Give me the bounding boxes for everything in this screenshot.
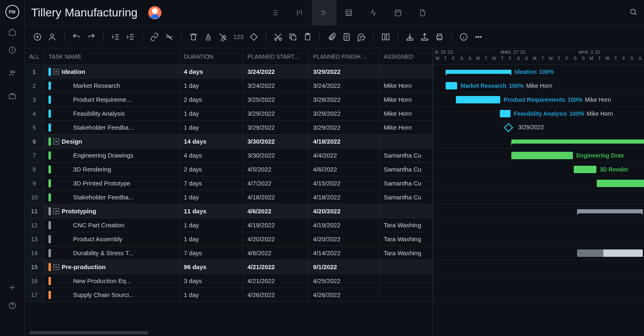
col-name[interactable]: TASK NAME (44, 48, 180, 64)
table-row[interactable]: 2Market Research1 day3/24/20223/24/2022M… (25, 79, 433, 93)
gantt-bar[interactable]: 3D Render (574, 166, 596, 173)
gantt-row[interactable] (433, 232, 644, 246)
col-assigned[interactable]: ASSIGNED (380, 48, 433, 64)
undo-icon[interactable] (72, 32, 81, 41)
file-view-tab[interactable] (410, 0, 435, 25)
gantt-bar[interactable] (597, 180, 644, 187)
add-icon[interactable] (7, 283, 17, 293)
user-avatar[interactable] (7, 319, 18, 330)
print-icon[interactable] (435, 32, 444, 41)
gantt-bar[interactable]: Market Research 100% Mike Horn (446, 82, 457, 89)
gantt-bar[interactable] (577, 209, 643, 213)
collapse-icon[interactable]: − (53, 264, 59, 270)
milestone-icon[interactable] (249, 32, 258, 41)
gantt-bar[interactable] (511, 139, 644, 144)
project-avatar[interactable] (148, 6, 161, 19)
table-row[interactable]: 1−Ideation4 days3/24/20223/29/2022 (25, 65, 433, 79)
more-icon[interactable] (474, 32, 483, 41)
text-style-icon[interactable] (204, 32, 213, 41)
gantt-bar[interactable]: Engineering Drav (511, 152, 573, 159)
cut-icon[interactable] (274, 32, 283, 41)
col-all[interactable]: ALL (25, 48, 44, 64)
export-icon[interactable] (420, 32, 429, 41)
table-row[interactable]: 4Feasibility Analysis1 day3/29/20223/29/… (25, 107, 433, 121)
table-row[interactable]: 3Product Requireme...2 days3/25/20223/28… (25, 93, 433, 107)
info-icon[interactable] (459, 32, 468, 41)
gantt-row[interactable]: 3D Render (433, 162, 644, 176)
gantt-bar[interactable]: Feasibility Analysis 100% Mike Horn (500, 110, 511, 117)
home-icon[interactable] (7, 27, 17, 37)
table-row[interactable]: 16New Production Eq...3 days4/21/20224/2… (25, 274, 433, 288)
columns-icon[interactable] (381, 32, 390, 41)
col-start[interactable]: PLANNED START... (243, 48, 309, 64)
col-duration[interactable]: DURATION (180, 48, 244, 64)
clear-format-icon[interactable] (218, 32, 228, 41)
gantt-row[interactable]: Feasibility Analysis 100% Mike Horn (433, 107, 644, 121)
table-row[interactable]: 14Durability & Stress T...7 days4/6/2022… (25, 246, 433, 260)
comment-icon[interactable] (357, 32, 366, 41)
attachment-icon[interactable] (327, 32, 336, 41)
gantt-row[interactable]: Product Requirements 100% Mike Horn (433, 93, 644, 107)
table-row[interactable]: 12CNC Part Creation1 day4/19/20224/19/20… (25, 218, 433, 232)
table-row[interactable]: 15−Pre-production96 days4/21/20229/1/202… (25, 260, 433, 274)
gantt-row[interactable] (433, 204, 644, 218)
import-icon[interactable] (405, 32, 414, 41)
table-row[interactable]: 13Product Assembly1 day4/20/20224/20/202… (25, 232, 433, 246)
gantt-row[interactable] (433, 190, 644, 204)
col-finish[interactable]: PLANNED FINISH ... (309, 48, 380, 64)
sheet-view-tab[interactable] (336, 0, 361, 25)
notes-icon[interactable] (342, 32, 351, 41)
gantt-bar[interactable] (577, 249, 643, 257)
gantt-bar[interactable]: Product Requirements 100% Mike Horn (456, 96, 500, 103)
day-header: S (571, 56, 579, 64)
gantt-row[interactable]: Engineering Drav (433, 149, 644, 162)
activity-view-tab[interactable] (361, 0, 386, 25)
gantt-row[interactable]: Market Research 100% Mike Horn (433, 79, 644, 93)
redo-icon[interactable] (87, 32, 96, 41)
assign-icon[interactable] (48, 32, 57, 41)
search-icon[interactable] (629, 8, 637, 18)
gantt-bar[interactable]: Ideation 100% (446, 70, 511, 74)
table-row[interactable]: 10Stakeholder Feedba...1 day4/18/20224/1… (25, 190, 433, 204)
gantt-row[interactable] (433, 176, 644, 190)
delete-icon[interactable] (189, 32, 198, 41)
table-row[interactable]: 11−Prototyping11 days4/6/20224/20/2022 (25, 204, 433, 218)
table-row[interactable]: 5Stakeholder Feedba...1 day3/29/20223/29… (25, 121, 433, 135)
link-icon[interactable] (150, 32, 159, 41)
team-icon[interactable] (7, 68, 17, 78)
milestone-marker[interactable] (504, 123, 513, 133)
briefcase-icon[interactable] (7, 91, 17, 101)
logo[interactable]: PM (5, 5, 19, 19)
table-row[interactable]: 6−Design14 days3/30/20224/18/2022 (25, 135, 433, 149)
collapse-icon[interactable]: − (53, 69, 59, 75)
paste-icon[interactable] (303, 32, 312, 41)
copy-icon[interactable] (288, 32, 297, 41)
gantt-row[interactable] (433, 135, 644, 149)
gantt-row[interactable] (433, 246, 644, 260)
horizontal-scrollbar[interactable] (30, 331, 149, 334)
gantt-row[interactable] (433, 274, 644, 288)
indent-icon[interactable] (126, 32, 135, 41)
table-row[interactable]: 83D Rendering2 days4/5/20224/6/2022Saman… (25, 162, 433, 176)
calendar-view-tab[interactable] (386, 0, 410, 25)
table-row[interactable]: 17Supply Chain Sourci...1 day4/26/20224/… (25, 288, 433, 302)
gantt-row[interactable] (433, 288, 644, 302)
collapse-icon[interactable]: − (53, 208, 59, 214)
add-task-icon[interactable] (33, 32, 42, 41)
unlink-icon[interactable] (165, 32, 174, 41)
table-row[interactable]: 93D Printed Prototype7 days4/7/20224/15/… (25, 176, 433, 190)
gantt-view-tab[interactable] (312, 0, 336, 25)
clock-icon[interactable] (7, 45, 17, 55)
list-view-tab[interactable] (262, 0, 287, 25)
collapse-icon[interactable]: − (53, 139, 59, 144)
day-header: S (628, 56, 636, 64)
gantt-row[interactable]: 3/29/2022 (433, 121, 644, 135)
table-row[interactable]: 7Engineering Drawings4 days3/30/20224/4/… (25, 149, 433, 162)
gantt-row[interactable] (433, 218, 644, 232)
task-grid: ALL TASK NAME DURATION PLANNED START... … (25, 48, 433, 336)
help-icon[interactable] (7, 301, 17, 311)
board-view-tab[interactable] (287, 0, 312, 25)
gantt-row[interactable]: Ideation 100% (433, 65, 644, 79)
gantt-row[interactable] (433, 260, 644, 274)
outdent-icon[interactable] (111, 32, 120, 41)
